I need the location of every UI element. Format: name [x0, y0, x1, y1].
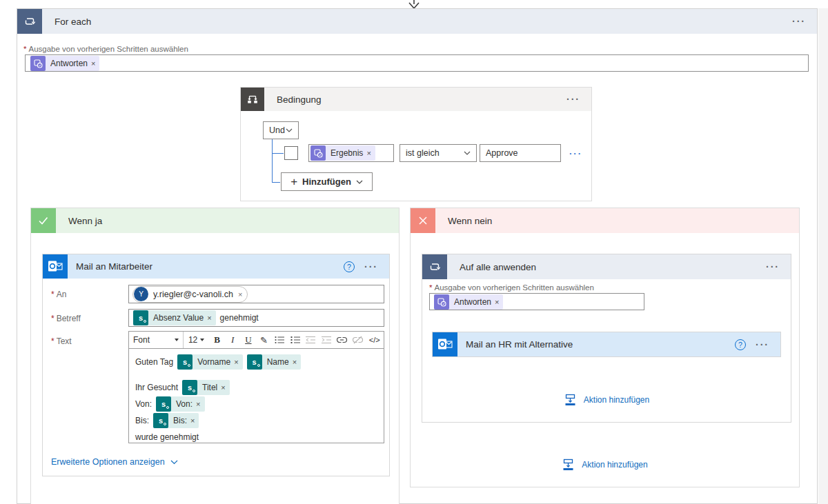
condition-add-button[interactable]: + Hinzufügen [281, 172, 373, 191]
editor-text: Guten Tag [135, 357, 173, 367]
condition-header[interactable]: Bedingung ··· [241, 88, 591, 111]
help-icon[interactable]: ? [344, 261, 355, 272]
remove-recipient-icon[interactable]: × [238, 290, 242, 299]
font-dropdown[interactable]: Font [129, 332, 184, 348]
check-icon [31, 208, 56, 233]
add-action-link[interactable]: Aktion hinzufügen [422, 393, 791, 407]
comparison-value: ist gleich [406, 148, 440, 158]
remove-token-icon[interactable]: × [494, 298, 503, 306]
x-icon [411, 208, 435, 233]
remove-token-icon[interactable]: × [195, 400, 204, 408]
approvals-icon [310, 145, 326, 161]
dynamic-token-vorname[interactable]: s Vorname × [177, 354, 242, 370]
required-asterisk: * [429, 283, 432, 292]
editor-body[interactable]: Guten Tag s Vorname × s Name × [128, 349, 384, 443]
add-action-icon [564, 393, 578, 407]
token-label: Absenz Value [148, 313, 206, 323]
if-no-header[interactable]: Wenn nein [411, 208, 799, 233]
underline-button[interactable]: U [241, 332, 257, 348]
dynamic-token-absenz-value[interactable]: s Absenz Value × [133, 310, 216, 325]
advanced-options-link[interactable]: Erweiterte Optionen anzeigen [51, 457, 178, 467]
remove-token-icon[interactable]: × [90, 59, 99, 68]
dynamic-token-bis[interactable]: s Bis: × [153, 413, 199, 428]
if-yes-branch: Wenn ja Mail an Mitarbeiter ? ··· [30, 208, 400, 504]
mail-hr-menu-button[interactable]: ··· [756, 339, 769, 350]
dynamic-token-von[interactable]: s Von: × [156, 396, 204, 412]
add-button-label: Hinzufügen [302, 177, 351, 187]
bold-button[interactable]: B [209, 332, 225, 348]
condition-row-menu-button[interactable]: ··· [569, 148, 582, 159]
condition-card: Bedingung ··· Und [240, 87, 592, 201]
token-label: Antworten [46, 59, 90, 68]
required-asterisk: * [51, 314, 55, 323]
numbered-list-icon[interactable] [287, 332, 303, 348]
apply-to-each-header[interactable]: Auf alle anwenden ··· [422, 254, 791, 279]
condition-tree-line [272, 139, 273, 183]
dynamic-token-antworten[interactable]: Antworten × [30, 56, 99, 71]
dynamic-token-antworten[interactable]: Antworten × [434, 294, 503, 310]
dynamic-token-ergebnis[interactable]: Ergebnis × [310, 145, 375, 161]
condition-operator-dropdown[interactable]: Und [263, 121, 299, 139]
chevron-down-icon [356, 180, 363, 184]
condition-value-input[interactable]: Approve [480, 144, 561, 162]
bullet-list-icon[interactable] [272, 332, 288, 348]
mail-employee-card: Mail an Mitarbeiter ? ··· *An Y y.riegle… [42, 254, 390, 476]
condition-body: Und [241, 111, 591, 201]
to-input[interactable]: Y y.riegler@c-vanoli.ch × [128, 285, 384, 303]
code-view-icon[interactable]: </> [366, 332, 384, 348]
recipient-chip[interactable]: Y y.riegler@c-vanoli.ch × [132, 286, 248, 303]
condition-row: Ergebnis × ist gleich Approve ··· [308, 144, 582, 162]
apply-to-each-menu-button[interactable]: ··· [766, 261, 780, 272]
condition-row-checkbox[interactable] [284, 146, 298, 160]
remove-token-icon[interactable]: × [366, 149, 375, 157]
output-select-input[interactable]: Antworten × [25, 54, 809, 72]
font-color-pen-icon[interactable]: ✎ [256, 332, 272, 348]
condition-value: Approve [486, 148, 518, 158]
add-action-link[interactable]: Aktion hinzufügen [411, 458, 799, 472]
sharepoint-icon: s [182, 380, 197, 395]
mail-employee-title: Mail an Mitarbeiter [76, 261, 152, 272]
italic-button[interactable]: I [225, 332, 241, 348]
link-icon[interactable] [334, 332, 350, 348]
remove-token-icon[interactable]: × [190, 416, 199, 425]
editor-line: Von: s Von: × [135, 396, 377, 412]
for-each-menu-button[interactable]: ··· [792, 16, 806, 27]
outdent-icon[interactable] [303, 332, 319, 348]
token-label: Vorname [193, 357, 233, 367]
unlink-icon[interactable] [350, 332, 366, 348]
remove-token-icon[interactable]: × [233, 358, 242, 366]
loop-icon [17, 9, 42, 34]
font-size-dropdown[interactable]: 12 [184, 332, 209, 348]
remove-token-icon[interactable]: × [206, 314, 215, 322]
recipient-email: y.riegler@c-vanoli.ch [153, 290, 233, 299]
if-no-branch: Wenn nein Auf alle anwenden ··· *A [410, 208, 800, 487]
approvals-icon [30, 56, 46, 71]
mail-employee-menu-button[interactable]: ··· [364, 261, 378, 272]
condition-menu-button[interactable]: ··· [566, 94, 580, 105]
help-icon[interactable]: ? [735, 339, 746, 350]
font-name: Font [133, 335, 150, 345]
subject-input[interactable]: s Absenz Value × genehmigt [128, 309, 384, 327]
chevron-down-icon [286, 128, 293, 132]
remove-token-icon[interactable]: × [292, 358, 301, 366]
for-each-header[interactable]: For each ··· [17, 9, 817, 34]
if-yes-header[interactable]: Wenn ja [31, 208, 399, 233]
dynamic-token-titel[interactable]: s Titel × [182, 380, 230, 395]
token-label: Von: [171, 399, 195, 409]
indent-icon[interactable] [319, 332, 335, 348]
canvas-background [818, 8, 828, 504]
output-select-input[interactable]: Antworten × [429, 293, 644, 310]
subject-label: *Betreff [51, 314, 81, 323]
condition-field-input[interactable]: Ergebnis × [308, 144, 394, 162]
condition-comparison-dropdown[interactable]: ist gleich [400, 144, 477, 162]
advanced-options-label: Erweiterte Optionen anzeigen [51, 457, 165, 467]
mail-hr-header[interactable]: Mail an HR mit Alternative ? ··· [433, 332, 780, 356]
plus-icon: + [290, 176, 297, 188]
apply-to-each-title: Auf alle anwenden [460, 262, 536, 272]
mail-employee-header[interactable]: Mail an Mitarbeiter ? ··· [43, 254, 389, 279]
mail-hr-title: Mail an HR mit Alternative [466, 339, 573, 350]
remove-token-icon[interactable]: × [220, 383, 229, 392]
dynamic-token-name[interactable]: s Name × [247, 354, 301, 370]
rich-text-editor: Font 12 B I U ✎ [128, 331, 384, 443]
token-label: Titel [197, 383, 220, 392]
